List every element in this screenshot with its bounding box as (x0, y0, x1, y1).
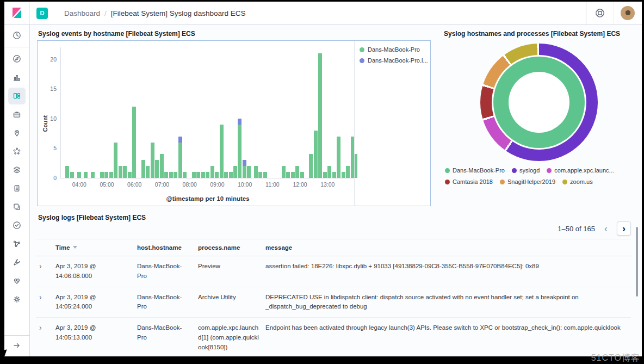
pagination-prev-button[interactable]: ‹ (599, 222, 612, 235)
bar-09:45[interactable] (238, 47, 242, 178)
bar-12:00[interactable] (300, 47, 304, 178)
sidebar-item-infrastructure[interactable] (8, 162, 26, 178)
legend-item[interactable]: Dans-MacBook-Pro (445, 167, 505, 174)
bar-10:30[interactable] (258, 47, 262, 178)
bar-09:25[interactable] (229, 47, 233, 178)
bar-12:30[interactable] (314, 47, 318, 178)
bar-05:35[interactable] (123, 47, 127, 178)
bar-05:05[interactable] (109, 47, 113, 178)
sidebar-item-canvas[interactable] (8, 106, 26, 123)
legend-item[interactable]: Camtasia 2018 (445, 178, 493, 185)
bar-08:35[interactable] (206, 47, 209, 178)
bar-06:45[interactable] (155, 47, 159, 178)
bar-08:15[interactable] (196, 47, 200, 178)
sidebar-item-visualize[interactable] (8, 69, 26, 86)
bar-12:50[interactable] (323, 47, 327, 178)
sidebar-item-stack-monitoring[interactable] (8, 273, 26, 289)
sidebar-item-graph[interactable] (8, 236, 26, 252)
bar-07:25[interactable] (174, 47, 177, 178)
row-expand-button[interactable]: › (36, 318, 52, 356)
sidebar-item-logs[interactable] (8, 180, 26, 197)
legend-item[interactable]: syslogd (512, 167, 540, 174)
bar-07:15[interactable] (169, 47, 173, 178)
bar-09:55[interactable] (243, 47, 246, 178)
bar-08:05[interactable] (192, 47, 196, 178)
sidebar-item-recently-viewed[interactable] (8, 27, 26, 44)
legend-item[interactable]: SnagitHelper2019 (500, 178, 555, 185)
sidebar-item-maps[interactable] (8, 125, 26, 141)
bar-03:55[interactable] (77, 47, 81, 178)
bar-06:25[interactable] (146, 47, 150, 178)
bar-13:30[interactable] (342, 47, 345, 178)
bar-05:45[interactable] (128, 47, 132, 178)
expander-column-header (36, 239, 52, 256)
bar-10:05[interactable] (247, 47, 251, 178)
bar-11:40[interactable] (291, 47, 295, 178)
kibana-logo[interactable] (4, 2, 29, 24)
legend-item[interactable]: Dans-MacBook-Pro (360, 46, 430, 53)
bar-05:15[interactable] (114, 47, 117, 178)
bar-03:30[interactable] (65, 47, 69, 178)
bar-07:35[interactable] (178, 47, 182, 178)
bar-04:45[interactable] (100, 47, 104, 178)
sidebar-item-uptime[interactable] (8, 217, 26, 234)
legend-dot (445, 180, 450, 184)
bar-07:05[interactable] (164, 47, 168, 178)
bar-segment-primary (300, 172, 304, 178)
bar-08:25[interactable] (201, 47, 205, 178)
sidebar-collapse-button[interactable] (4, 335, 29, 356)
sidebar-item-management[interactable] (8, 291, 26, 308)
y-axis-tick: 15 (42, 85, 57, 92)
sidebar-item-dev-tools[interactable] (8, 254, 26, 271)
row-expand-button[interactable]: › (36, 256, 52, 287)
bar-segment-primary (291, 172, 295, 178)
row-expand-button[interactable]: › (36, 287, 52, 318)
bar-10:40[interactable] (263, 47, 267, 178)
sidebar-item-discover[interactable] (8, 51, 26, 67)
bar-13:20[interactable] (337, 47, 340, 178)
bar-08:55[interactable] (215, 47, 219, 178)
bar-03:40[interactable] (70, 47, 74, 178)
sidebar-item-dashboard[interactable] (8, 88, 26, 104)
chart-legend: Dans-MacBook-ProDans-MacBook-Pro.l... (354, 41, 430, 206)
bar-04:55[interactable] (104, 47, 108, 178)
bar-06:55[interactable] (160, 47, 164, 178)
help-button[interactable] (586, 2, 613, 24)
pagination-next-button[interactable]: › (617, 221, 631, 236)
bar-13:10[interactable] (332, 47, 336, 178)
bar-11:20[interactable] (282, 47, 286, 178)
cell-process: com.apple.xpc.launchd[1] (com.apple.quic… (195, 318, 262, 356)
bar-05:55[interactable] (132, 47, 136, 178)
space-badge[interactable]: D (36, 8, 48, 19)
bar-13:40[interactable] (346, 47, 350, 178)
bar-10:20[interactable] (254, 47, 258, 178)
bar-12:40[interactable] (318, 47, 322, 178)
legend-dot (562, 180, 567, 184)
sidebar-item-machine-learning[interactable] (8, 143, 26, 160)
bar-11:50[interactable] (295, 47, 299, 178)
column-header-Time[interactable]: Time (52, 239, 134, 256)
table-row: ›Apr 3, 2019 @ 14:05:24.000Dans-MacBook-… (36, 287, 631, 318)
legend-item[interactable]: Dans-MacBook-Pro.l... (360, 57, 430, 64)
bar-segment-primary (309, 154, 313, 178)
bar-06:35[interactable] (151, 47, 154, 178)
user-menu-button[interactable] (613, 2, 642, 24)
bar-13:00[interactable] (327, 47, 331, 178)
sidebar-item-apm[interactable] (8, 199, 26, 215)
legend-item[interactable]: zoom.us (562, 178, 593, 185)
legend-item[interactable]: com.apple.xpc.launc... (547, 167, 614, 174)
bar-segment-primary (286, 172, 290, 178)
breadcrumb-dashboard[interactable]: Dashboard (64, 9, 100, 17)
bar-08:45[interactable] (210, 47, 214, 178)
bar-04:10[interactable] (84, 47, 88, 178)
bar-09:15[interactable] (224, 47, 228, 178)
bar-09:35[interactable] (233, 47, 237, 178)
bar-06:15[interactable] (141, 47, 145, 178)
bar-12:20[interactable] (309, 47, 313, 178)
bar-05:25[interactable] (119, 47, 122, 178)
bar-11:30[interactable] (286, 47, 290, 178)
bar-04:25[interactable] (91, 47, 95, 178)
bar-09:05[interactable] (220, 47, 224, 178)
bar-07:45[interactable] (183, 47, 187, 178)
table-scrollbar[interactable] (636, 227, 638, 297)
